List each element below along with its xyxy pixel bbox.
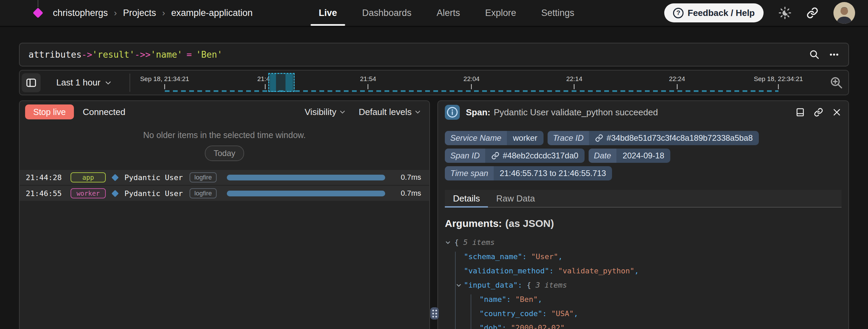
query-more-button[interactable] — [829, 49, 840, 60]
span-name: Pydantic User — [124, 189, 183, 198]
breadcrumb-project[interactable]: example-application — [171, 8, 253, 18]
link-icon — [814, 108, 823, 117]
breadcrumb-org[interactable]: christophergs — [53, 8, 108, 18]
json-entry: "validation_method":"validate_python", — [445, 264, 842, 278]
query-bar[interactable]: attributes->'result'->>'name'='Ben' — [19, 43, 849, 66]
breadcrumb-projects[interactable]: Projects — [123, 8, 156, 18]
time-range-dropdown[interactable]: Last 1 hour — [56, 77, 112, 88]
json-entry: "country_code":"USA", — [445, 307, 842, 321]
row-timestamp: 21:46:55 — [26, 189, 64, 198]
json-entry: "input_data":{3 items — [445, 278, 842, 292]
time-range-label: Last 1 hour — [56, 77, 100, 88]
query-string: 'name' — [151, 50, 182, 60]
service-tag: worker — [71, 188, 106, 198]
default-levels-dropdown[interactable]: Default levels — [359, 107, 421, 117]
table-row[interactable]: 21:46:55 worker Pydantic User logfire 0.… — [20, 186, 429, 201]
logfire-diamond-icon — [33, 7, 43, 18]
query-string: 'result' — [92, 50, 135, 60]
logfire-logo[interactable] — [32, 0, 44, 26]
topbar-actions: ? Feedback / Help — [664, 0, 868, 26]
close-panel-button[interactable] — [832, 108, 842, 117]
tab-alerts[interactable]: Alerts — [427, 0, 470, 26]
chevron-down-icon — [104, 79, 112, 86]
tab-details[interactable]: Details — [445, 190, 488, 207]
attr-value: #34bd8e51d73c3f4c8a189b72338a5ba8 — [607, 133, 753, 143]
query-operator: -> — [82, 50, 92, 60]
json-comma: , — [538, 295, 542, 304]
tab-settings[interactable]: Settings — [532, 0, 584, 26]
timeline-zoom-button[interactable] — [829, 76, 844, 90]
stop-live-button[interactable]: Stop live — [25, 104, 74, 119]
timeline-selection[interactable] — [268, 73, 295, 92]
span-diamond-icon — [112, 190, 119, 197]
dock-panel-button[interactable] — [795, 108, 805, 117]
json-value: "Ben" — [515, 295, 538, 304]
user-avatar[interactable] — [833, 2, 855, 24]
query-field: attributes — [28, 50, 82, 60]
json-key: "country_code": — [479, 309, 547, 318]
tab-explore[interactable]: Explore — [476, 0, 526, 26]
panel-bottom-icon — [795, 108, 805, 117]
attr-value: 21:46:55.713 to 21:46:55.713 — [500, 169, 606, 178]
run-search-button[interactable] — [809, 49, 820, 60]
timeline-tick: Sep 18, 22:34:21 — [754, 75, 803, 89]
close-icon — [832, 108, 842, 117]
breadcrumb-separator: › — [162, 8, 165, 18]
link-icon[interactable] — [491, 152, 499, 160]
arguments-heading-sub: (as JSON) — [505, 218, 554, 229]
query-operator: ->> — [135, 50, 151, 60]
sidebar-layout-icon — [26, 77, 37, 88]
attr-value: 2024-09-18 — [623, 151, 664, 160]
collapse-caret-icon[interactable] — [445, 239, 451, 246]
copy-link-button[interactable] — [814, 108, 823, 117]
live-view-panel: Stop live Connected Visibility Default l… — [19, 100, 430, 329]
panel-resize-handle[interactable] — [430, 307, 439, 320]
json-key: "name": — [479, 295, 511, 304]
no-older-items-note: No older items in the selected time wind… — [20, 130, 429, 140]
empty-window-block: No older items in the selected time wind… — [20, 123, 429, 161]
share-link-button[interactable] — [806, 7, 818, 19]
divider — [130, 74, 130, 92]
timeline-track[interactable]: Sep 18, 21:34:21 21:44 21:54 22:04 22:14… — [135, 71, 825, 95]
json-brace: { — [527, 281, 531, 289]
visibility-label: Visibility — [304, 107, 336, 117]
json-entry: "schema_name":"User", — [445, 250, 842, 264]
toggle-sidebar-button[interactable] — [22, 73, 41, 92]
attr-label: Date — [589, 149, 617, 163]
query-operator: = — [186, 50, 192, 60]
json-comma: , — [565, 324, 569, 329]
link-icon[interactable] — [595, 134, 603, 142]
json-item-count: 5 items — [463, 238, 495, 247]
attr-value: #48eb2cdcdc317da0 — [503, 151, 578, 160]
attr-label: Service Name — [445, 131, 507, 145]
today-button[interactable]: Today — [205, 146, 244, 161]
theme-toggle-button[interactable] — [778, 6, 791, 19]
json-tree: {5 items "schema_name":"User", "validati… — [445, 235, 842, 329]
tab-raw-data[interactable]: Raw Data — [488, 190, 543, 207]
tab-dashboards[interactable]: Dashboards — [353, 0, 421, 26]
span-title: Span:Pydantic User validate_python succe… — [466, 107, 658, 118]
visibility-dropdown[interactable]: Visibility — [304, 107, 346, 117]
attr-label: Span ID — [445, 149, 485, 163]
theme-auto-icon — [778, 6, 791, 19]
json-entry: "dob":"2000-02-02", — [445, 321, 842, 329]
timeline-tick: Sep 18, 21:34:21 — [140, 75, 189, 89]
json-value: "validate_python" — [558, 267, 634, 275]
live-view-header: Stop live Connected Visibility Default l… — [20, 101, 429, 123]
attr-service-name: Service Name worker — [445, 131, 544, 145]
chevron-down-icon — [414, 109, 421, 115]
table-row[interactable]: 21:44:28 app Pydantic User logfire 0.7ms — [20, 170, 429, 185]
json-entry: "name":"Ben", — [445, 292, 842, 307]
collapse-caret-icon[interactable] — [456, 282, 462, 288]
feedback-help-button[interactable]: ? Feedback / Help — [664, 3, 764, 22]
json-key: "schema_name": — [464, 252, 527, 261]
ellipsis-icon — [829, 49, 840, 60]
tab-live[interactable]: Live — [309, 0, 347, 26]
timeline-baseline — [165, 90, 778, 92]
attr-value: worker — [513, 133, 537, 143]
trace-list: 21:44:28 app Pydantic User logfire 0.7ms… — [20, 170, 429, 201]
timeline-tick: 22:24 — [669, 75, 685, 89]
span-detail-panel: Span:Pydantic User validate_python succe… — [437, 100, 849, 329]
json-nested-block: "name":"Ben", "country_code":"USA", "dob… — [445, 292, 842, 329]
json-comma: , — [634, 267, 639, 275]
